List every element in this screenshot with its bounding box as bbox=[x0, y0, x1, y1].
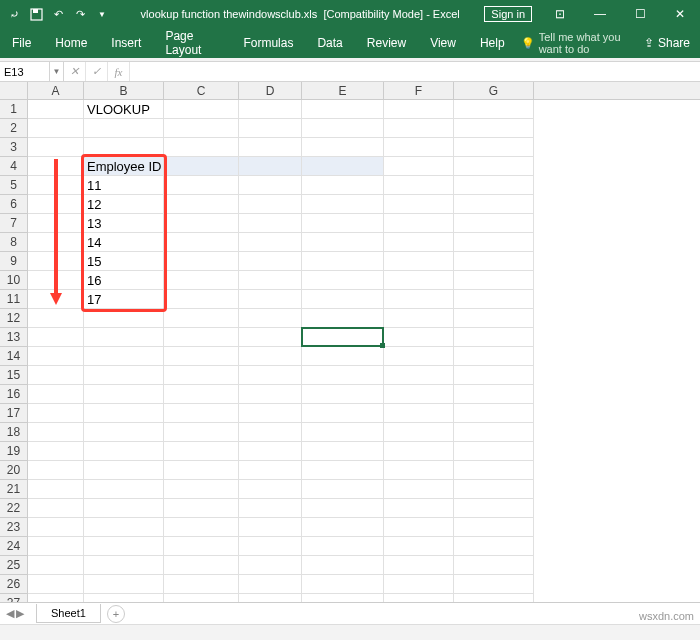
cell-B3[interactable] bbox=[84, 138, 164, 157]
col-header-E[interactable]: E bbox=[302, 82, 384, 100]
cell-E23[interactable] bbox=[302, 518, 384, 537]
cell-C11[interactable] bbox=[164, 290, 239, 309]
cell-C9[interactable] bbox=[164, 252, 239, 271]
cell-A9[interactable] bbox=[28, 252, 84, 271]
tab-view[interactable]: View bbox=[418, 28, 468, 58]
row-header-15[interactable]: 15 bbox=[0, 366, 28, 385]
cell-E9[interactable] bbox=[302, 252, 384, 271]
cell-G19[interactable] bbox=[454, 442, 534, 461]
cell-A2[interactable] bbox=[28, 119, 84, 138]
cell-B4[interactable]: Employee ID bbox=[84, 157, 164, 176]
row-header-9[interactable]: 9 bbox=[0, 252, 28, 271]
cell-A22[interactable] bbox=[28, 499, 84, 518]
cell-D15[interactable] bbox=[239, 366, 302, 385]
cell-F11[interactable] bbox=[384, 290, 454, 309]
cell-C22[interactable] bbox=[164, 499, 239, 518]
cell-F22[interactable] bbox=[384, 499, 454, 518]
add-sheet-button[interactable]: + bbox=[107, 605, 125, 623]
cell-C13[interactable] bbox=[164, 328, 239, 347]
cell-D24[interactable] bbox=[239, 537, 302, 556]
cell-G2[interactable] bbox=[454, 119, 534, 138]
cell-E5[interactable] bbox=[302, 176, 384, 195]
cell-G22[interactable] bbox=[454, 499, 534, 518]
cell-E15[interactable] bbox=[302, 366, 384, 385]
cell-D14[interactable] bbox=[239, 347, 302, 366]
col-header-D[interactable]: D bbox=[239, 82, 302, 100]
cell-D4[interactable] bbox=[239, 157, 302, 176]
row-header-22[interactable]: 22 bbox=[0, 499, 28, 518]
cell-F25[interactable] bbox=[384, 556, 454, 575]
cell-B21[interactable] bbox=[84, 480, 164, 499]
cell-E3[interactable] bbox=[302, 138, 384, 157]
cell-E22[interactable] bbox=[302, 499, 384, 518]
name-box-dropdown-icon[interactable]: ▼ bbox=[50, 62, 64, 81]
col-header-G[interactable]: G bbox=[454, 82, 534, 100]
tab-formulas[interactable]: Formulas bbox=[231, 28, 305, 58]
tab-insert[interactable]: Insert bbox=[99, 28, 153, 58]
cell-F8[interactable] bbox=[384, 233, 454, 252]
cell-F2[interactable] bbox=[384, 119, 454, 138]
cancel-formula-icon[interactable]: ✕ bbox=[64, 62, 86, 81]
tab-review[interactable]: Review bbox=[355, 28, 418, 58]
cell-D1[interactable] bbox=[239, 100, 302, 119]
cell-G1[interactable] bbox=[454, 100, 534, 119]
cell-E12[interactable] bbox=[302, 309, 384, 328]
cell-D22[interactable] bbox=[239, 499, 302, 518]
cell-B20[interactable] bbox=[84, 461, 164, 480]
cell-G17[interactable] bbox=[454, 404, 534, 423]
cell-D19[interactable] bbox=[239, 442, 302, 461]
cell-F26[interactable] bbox=[384, 575, 454, 594]
cell-C8[interactable] bbox=[164, 233, 239, 252]
cell-G10[interactable] bbox=[454, 271, 534, 290]
col-header-A[interactable]: A bbox=[28, 82, 84, 100]
cell-E24[interactable] bbox=[302, 537, 384, 556]
cell-C4[interactable] bbox=[164, 157, 239, 176]
save-icon[interactable] bbox=[28, 6, 44, 22]
cell-C18[interactable] bbox=[164, 423, 239, 442]
row-header-10[interactable]: 10 bbox=[0, 271, 28, 290]
cell-D23[interactable] bbox=[239, 518, 302, 537]
cell-F24[interactable] bbox=[384, 537, 454, 556]
cell-F17[interactable] bbox=[384, 404, 454, 423]
share-button[interactable]: ⇪ Share bbox=[644, 36, 690, 50]
cell-A1[interactable] bbox=[28, 100, 84, 119]
cell-F6[interactable] bbox=[384, 195, 454, 214]
cell-F20[interactable] bbox=[384, 461, 454, 480]
fx-icon[interactable]: fx bbox=[108, 62, 130, 81]
cell-B22[interactable] bbox=[84, 499, 164, 518]
cell-D5[interactable] bbox=[239, 176, 302, 195]
cell-F5[interactable] bbox=[384, 176, 454, 195]
cell-F15[interactable] bbox=[384, 366, 454, 385]
cell-C6[interactable] bbox=[164, 195, 239, 214]
cell-C23[interactable] bbox=[164, 518, 239, 537]
cell-F23[interactable] bbox=[384, 518, 454, 537]
cell-B15[interactable] bbox=[84, 366, 164, 385]
row-header-25[interactable]: 25 bbox=[0, 556, 28, 575]
cell-F1[interactable] bbox=[384, 100, 454, 119]
cell-C14[interactable] bbox=[164, 347, 239, 366]
tab-file[interactable]: File bbox=[0, 28, 43, 58]
cell-D12[interactable] bbox=[239, 309, 302, 328]
cell-A10[interactable] bbox=[28, 271, 84, 290]
cell-A24[interactable] bbox=[28, 537, 84, 556]
cell-D18[interactable] bbox=[239, 423, 302, 442]
cell-B26[interactable] bbox=[84, 575, 164, 594]
cell-C25[interactable] bbox=[164, 556, 239, 575]
sheet-nav[interactable]: ◀ ▶ bbox=[0, 607, 30, 620]
cell-D10[interactable] bbox=[239, 271, 302, 290]
cell-A21[interactable] bbox=[28, 480, 84, 499]
cell-D20[interactable] bbox=[239, 461, 302, 480]
cell-E21[interactable] bbox=[302, 480, 384, 499]
cell-D26[interactable] bbox=[239, 575, 302, 594]
ribbon-options-icon[interactable]: ⊡ bbox=[540, 0, 580, 28]
cell-C26[interactable] bbox=[164, 575, 239, 594]
cell-F3[interactable] bbox=[384, 138, 454, 157]
close-icon[interactable]: ✕ bbox=[660, 0, 700, 28]
sign-in-button[interactable]: Sign in bbox=[484, 6, 532, 22]
row-header-5[interactable]: 5 bbox=[0, 176, 28, 195]
cell-B14[interactable] bbox=[84, 347, 164, 366]
col-header-F[interactable]: F bbox=[384, 82, 454, 100]
cell-A15[interactable] bbox=[28, 366, 84, 385]
cell-A13[interactable] bbox=[28, 328, 84, 347]
cell-A12[interactable] bbox=[28, 309, 84, 328]
